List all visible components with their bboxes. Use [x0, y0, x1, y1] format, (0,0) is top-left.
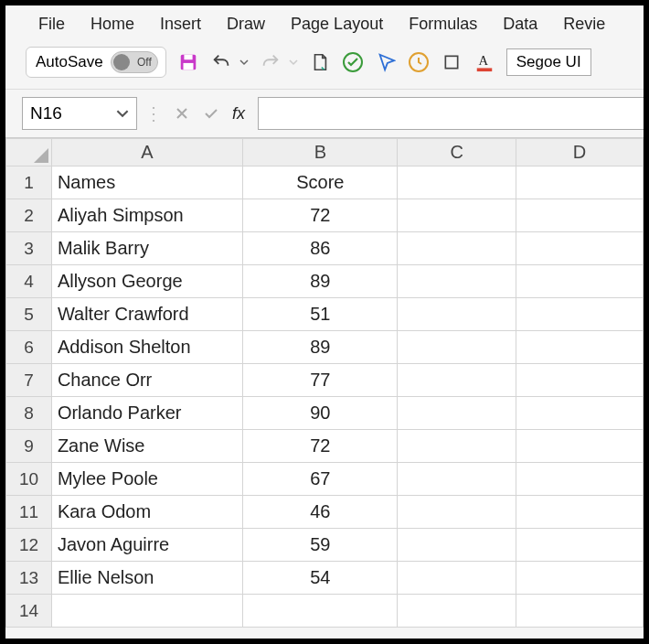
formula-input[interactable] — [258, 97, 644, 130]
font-selector[interactable]: Segoe UI — [506, 48, 591, 76]
cell[interactable] — [398, 496, 516, 529]
cell[interactable] — [516, 298, 643, 331]
menu-review[interactable]: Revie — [563, 15, 605, 34]
save-icon[interactable] — [177, 51, 199, 73]
cell[interactable] — [516, 496, 643, 529]
menu-page-layout[interactable]: Page Layout — [291, 15, 383, 34]
row-header[interactable]: 14 — [6, 595, 52, 628]
square-icon[interactable] — [441, 51, 463, 73]
column-header-c[interactable]: C — [398, 139, 516, 166]
row-header[interactable]: 8 — [6, 397, 52, 430]
menu-home[interactable]: Home — [90, 15, 134, 34]
menu-insert[interactable]: Insert — [160, 15, 201, 34]
cancel-formula-icon[interactable] — [170, 102, 194, 125]
cell[interactable] — [516, 562, 643, 595]
row-header[interactable]: 3 — [6, 232, 52, 265]
cell[interactable] — [398, 430, 516, 463]
row-header[interactable]: 1 — [6, 166, 52, 199]
clock-icon[interactable] — [408, 51, 430, 73]
column-header-b[interactable]: B — [243, 139, 398, 166]
name-box[interactable]: N16 — [22, 97, 137, 130]
fx-label[interactable]: fx — [229, 104, 249, 123]
cell[interactable]: 72 — [243, 430, 398, 463]
row-header[interactable]: 12 — [6, 529, 52, 562]
cell[interactable] — [398, 529, 516, 562]
cell[interactable] — [243, 595, 398, 628]
cell[interactable]: 59 — [243, 529, 398, 562]
cell[interactable]: 46 — [243, 496, 398, 529]
cell[interactable]: Chance Orr — [51, 364, 242, 397]
cell[interactable] — [398, 397, 516, 430]
cell[interactable]: Mylee Poole — [51, 463, 242, 496]
cell[interactable] — [516, 595, 643, 628]
cell[interactable]: 51 — [243, 298, 398, 331]
row-header[interactable]: 2 — [6, 199, 52, 232]
redo-icon[interactable] — [260, 51, 282, 73]
cell[interactable]: Malik Barry — [51, 232, 242, 265]
cell[interactable]: Javon Aguirre — [51, 529, 242, 562]
new-file-icon[interactable] — [309, 51, 331, 73]
row-header[interactable]: 10 — [6, 463, 52, 496]
cell[interactable]: Aliyah Simpson — [51, 199, 242, 232]
cell[interactable] — [516, 397, 643, 430]
row-header[interactable]: 9 — [6, 430, 52, 463]
cell[interactable] — [516, 430, 643, 463]
cell[interactable]: 67 — [243, 463, 398, 496]
cell[interactable]: Kara Odom — [51, 496, 242, 529]
cell[interactable]: Score — [243, 166, 398, 199]
cell[interactable] — [516, 463, 643, 496]
font-color-icon[interactable]: A — [473, 51, 495, 73]
cell[interactable] — [398, 331, 516, 364]
cell[interactable]: 89 — [243, 265, 398, 298]
cell[interactable] — [398, 298, 516, 331]
menu-draw[interactable]: Draw — [227, 15, 265, 34]
cell[interactable]: Allyson George — [51, 265, 242, 298]
undo-dropdown-icon[interactable] — [239, 58, 249, 67]
cell[interactable] — [398, 166, 516, 199]
cell[interactable]: 54 — [243, 562, 398, 595]
cell[interactable]: Walter Crawford — [51, 298, 242, 331]
accept-formula-icon[interactable] — [199, 102, 223, 125]
cell[interactable] — [516, 331, 643, 364]
cell[interactable]: Ellie Nelson — [51, 562, 242, 595]
cursor-icon[interactable] — [375, 51, 397, 73]
cell[interactable]: 86 — [243, 232, 398, 265]
cell[interactable] — [516, 199, 643, 232]
cell[interactable]: Addison Shelton — [51, 331, 242, 364]
cell[interactable]: 72 — [243, 199, 398, 232]
autosave-control[interactable]: AutoSave Off — [26, 47, 166, 78]
autosave-toggle[interactable]: Off — [111, 51, 158, 73]
cell[interactable] — [398, 199, 516, 232]
undo-icon[interactable] — [210, 51, 232, 73]
column-header-a[interactable]: A — [51, 139, 242, 166]
cell[interactable]: 90 — [243, 397, 398, 430]
row-header[interactable]: 7 — [6, 364, 52, 397]
row-header[interactable]: 11 — [6, 496, 52, 529]
row-header[interactable]: 4 — [6, 265, 52, 298]
menu-file[interactable]: File — [38, 15, 65, 34]
row-header[interactable]: 13 — [6, 562, 52, 595]
row-header[interactable]: 5 — [6, 298, 52, 331]
cell[interactable] — [51, 595, 242, 628]
cell[interactable] — [398, 265, 516, 298]
cell[interactable] — [398, 562, 516, 595]
row-header[interactable]: 6 — [6, 331, 52, 364]
cell[interactable]: 77 — [243, 364, 398, 397]
check-circle-icon[interactable] — [342, 51, 364, 73]
redo-dropdown-icon[interactable] — [289, 58, 298, 67]
cell[interactable]: Orlando Parker — [51, 397, 242, 430]
column-header-d[interactable]: D — [516, 139, 643, 166]
cell[interactable] — [398, 463, 516, 496]
cell[interactable]: Zane Wise — [51, 430, 242, 463]
cell[interactable] — [398, 595, 516, 628]
cell[interactable] — [398, 364, 516, 397]
select-all-corner[interactable] — [6, 139, 52, 166]
cell[interactable] — [398, 232, 516, 265]
cell[interactable] — [516, 166, 643, 199]
cell[interactable]: 89 — [243, 331, 398, 364]
menu-data[interactable]: Data — [503, 15, 537, 34]
cell[interactable] — [516, 529, 643, 562]
cell[interactable]: Names — [51, 166, 242, 199]
cell[interactable] — [516, 265, 643, 298]
cell[interactable] — [516, 364, 643, 397]
